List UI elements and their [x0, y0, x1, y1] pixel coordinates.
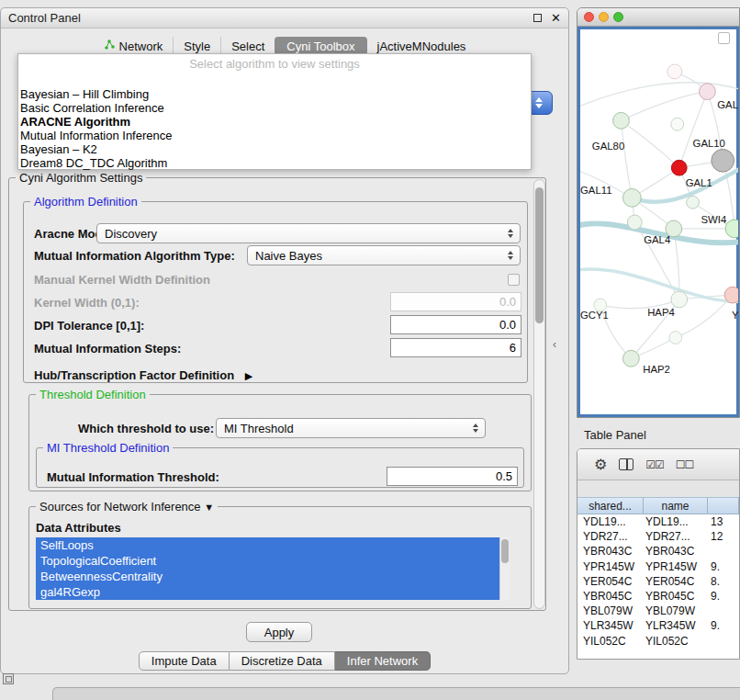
which-threshold-label: Which threshold to use:: [78, 422, 214, 435]
table-row[interactable]: YLR345W YLR345W 9.: [577, 618, 739, 633]
tab-jactivemodules-label: jActiveMNodules: [377, 40, 466, 53]
panel-sash-handle[interactable]: ‹: [553, 338, 556, 351]
table-row[interactable]: YIL052C YIL052C: [577, 634, 739, 649]
combobox-down-arrow-icon: [535, 104, 543, 108]
tab-style[interactable]: Style: [173, 37, 220, 55]
hub-transcription-factor-section[interactable]: Hub/Transcription Factor Definition ▶: [34, 368, 252, 382]
dropdown-items: Bayesian – Hill Climbing Basic Correlati…: [18, 87, 531, 170]
node-label-gal1: GAL1: [686, 177, 712, 188]
dropdown-placeholder: Select algorithm to view settings: [18, 54, 531, 71]
tab-select[interactable]: Select: [220, 37, 275, 55]
mi-algorithm-type-select[interactable]: Naive Bayes: [247, 245, 521, 265]
dpi-tolerance-input[interactable]: [390, 315, 521, 334]
bottom-panel-edge: [52, 687, 740, 700]
network-view-window: GAL8 GAL80 GAL10 GAL11 GAL1 SWI4 GAL4 GC…: [577, 7, 740, 418]
close-button[interactable]: [584, 12, 594, 22]
deselect-all-icon[interactable]: ☐☐: [676, 458, 694, 471]
tab-impute-data[interactable]: Impute Data: [139, 651, 230, 671]
table-row[interactable]: YDR27... YDR27... 12: [577, 529, 739, 544]
column-header-cut[interactable]: [708, 497, 739, 514]
node: [671, 118, 684, 130]
cell: YER054C: [577, 575, 644, 588]
close-window-icon[interactable]: ✕: [551, 12, 561, 24]
dropdown-item-bayesian-hill-climbing[interactable]: Bayesian – Hill Climbing: [18, 87, 531, 101]
minimize-button[interactable]: [599, 12, 609, 22]
attribute-item-gal4rgexp[interactable]: gal4RGexp: [36, 584, 499, 600]
zoom-button[interactable]: [613, 12, 623, 22]
network-tab-icon: [104, 40, 115, 53]
table-row[interactable]: YBR043C YBR043C: [577, 544, 739, 559]
table-gap: [577, 480, 739, 497]
node: [627, 215, 642, 230]
which-threshold-select[interactable]: MI Threshold: [216, 418, 486, 438]
control-panel-window: Control Panel ✕ Network Sty: [0, 7, 569, 674]
node-swi4: [725, 220, 738, 238]
tab-infer-network[interactable]: Infer Network: [335, 651, 431, 671]
attributes-scrollbar-thumb[interactable]: [501, 539, 509, 563]
dropdown-item-aracne[interactable]: ARACNE Algorithm: [18, 115, 531, 129]
hub-transcription-factor-label: Hub/Transcription Factor Definition: [34, 368, 234, 382]
tab-cyni-toolbox-label: Cyni Toolbox: [286, 40, 354, 53]
cell: YPR145W: [577, 560, 644, 573]
tab-jactivemodules[interactable]: jActiveMNodules: [367, 37, 477, 55]
apply-button[interactable]: Apply: [246, 622, 312, 642]
which-threshold-value: MI Threshold: [217, 422, 473, 435]
kernel-width-input: [390, 292, 521, 311]
select-arrows-icon: [473, 423, 485, 433]
table-row[interactable]: YPR145W YPR145W 9.: [577, 559, 739, 574]
table-row[interactable]: YDL19... YDL19... 13: [577, 514, 739, 529]
birdseye-toggle-button[interactable]: [718, 32, 730, 44]
minimized-panel-icon[interactable]: [3, 673, 14, 684]
float-window-icon[interactable]: [533, 14, 542, 22]
table-row[interactable]: YBL079W YBL079W: [577, 604, 739, 618]
table-row[interactable]: YBR045C YBR045C 9.: [577, 589, 739, 604]
cell: YPR145W: [644, 560, 708, 573]
cell: 12: [708, 530, 739, 543]
tab-discretize-data[interactable]: Discretize Data: [230, 651, 335, 671]
attribute-item-betweennesscentrality[interactable]: BetweennessCentrality: [36, 569, 499, 584]
node-gal1: [687, 196, 700, 209]
select-arrows-icon: [508, 229, 520, 238]
node-label-gal4: GAL4: [644, 234, 670, 245]
table-row[interactable]: YER054C YER054C 8.: [577, 574, 739, 589]
settings-scrollbar[interactable]: [533, 179, 545, 609]
attribute-item-selfloops[interactable]: SelfLoops: [36, 537, 499, 553]
gear-icon[interactable]: ⚙: [594, 457, 607, 472]
tab-cyni-toolbox[interactable]: Cyni Toolbox: [275, 37, 366, 55]
node-label-gal11: GAL11: [580, 185, 612, 196]
column-header-shared-name[interactable]: shared...: [577, 497, 644, 514]
sources-section[interactable]: Sources for Network Inference ▼: [36, 500, 218, 514]
tab-style-label: Style: [184, 40, 210, 53]
dropdown-item-basic-correlation[interactable]: Basic Correlation Inference: [18, 101, 531, 115]
node: [724, 287, 738, 303]
mi-threshold-input[interactable]: [387, 467, 518, 486]
mi-threshold-definition-label: MI Threshold Definition: [43, 441, 173, 455]
node-label-gcy1: GCY1: [580, 310, 609, 321]
desktop: Control Panel ✕ Network Sty: [0, 0, 740, 700]
dropdown-item-dream8[interactable]: Dream8 DC_TDC Algorithm: [18, 156, 531, 170]
tab-network-label: Network: [119, 40, 163, 53]
cell: YBR045C: [577, 590, 644, 603]
node-label-cut: Y: [732, 310, 738, 321]
sources-label: Sources for Network Inference: [39, 500, 201, 514]
cell: YLR345W: [644, 619, 708, 632]
network-canvas[interactable]: GAL8 GAL80 GAL10 GAL11 GAL1 SWI4 GAL4 GC…: [577, 27, 739, 417]
dropdown-item-bayesian-k2[interactable]: Bayesian – K2: [18, 142, 531, 156]
control-panel-titlebar: Control Panel ✕: [1, 8, 568, 28]
settings-scrollbar-thumb[interactable]: [535, 187, 544, 323]
algorithm-dropdown-popup: Select algorithm to view settings Bayesi…: [17, 53, 532, 170]
tab-network[interactable]: Network: [94, 37, 174, 55]
window-title: Control Panel: [8, 11, 81, 25]
manual-kernel-width-checkbox[interactable]: [508, 274, 520, 286]
cell: 13: [708, 515, 739, 528]
column-header-name[interactable]: name: [644, 497, 708, 514]
mi-steps-input[interactable]: [390, 338, 521, 357]
cell: YBL079W: [644, 604, 708, 617]
select-all-icon[interactable]: ☑☑: [645, 458, 664, 471]
attributes-scrollbar[interactable]: [499, 537, 510, 600]
columns-icon[interactable]: [619, 458, 633, 470]
attribute-item-topologicalcoefficient[interactable]: TopologicalCoefficient: [36, 553, 499, 569]
mi-algorithm-type-label: Mutual Information Algorithm Type:: [34, 249, 235, 263]
aracne-mode-select[interactable]: Discovery: [96, 223, 521, 243]
dropdown-item-mutual-information[interactable]: Mutual Information Inference: [18, 129, 531, 142]
